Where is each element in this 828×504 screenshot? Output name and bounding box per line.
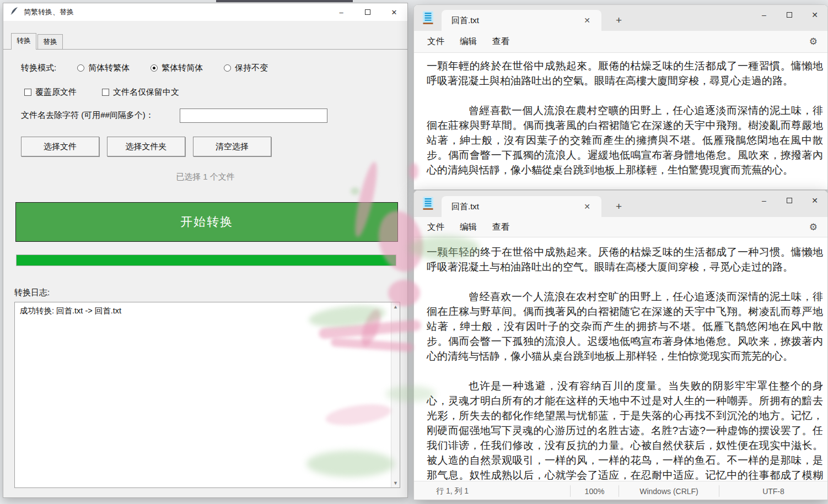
log-scrollbar[interactable]: ▲ ▼ <box>391 302 400 487</box>
feather-app-icon <box>10 7 19 18</box>
new-tab-icon[interactable]: + <box>616 14 622 26</box>
strip-chars-label: 文件名去除字符 (可用##间隔多个)： <box>21 110 154 121</box>
converter-body: 转换模式: 简体转繁体 繁体转简体 保持不变 覆盖原文件 <box>3 50 407 497</box>
notepad-icon <box>422 197 434 213</box>
tab-title: 回首.txt <box>451 15 479 26</box>
maximize-icon[interactable] <box>777 5 802 25</box>
radio-simp-to-trad[interactable]: 简体转繁体 <box>77 63 130 73</box>
conversion-log[interactable]: 成功转换: 回首.txt -> 回首.txt ▲ ▼ <box>14 302 400 488</box>
gear-icon[interactable]: ⚙ <box>809 221 818 233</box>
radio-checked-icon <box>150 64 158 72</box>
gear-icon[interactable]: ⚙ <box>809 36 818 47</box>
paragraph: 曾經喜歡一個人流浪在農村空曠的田野上，任心追逐淡而深情的泥土味，徘徊在莊稼與野草… <box>427 103 823 177</box>
minimize-icon[interactable]: – <box>328 3 354 21</box>
progress-fill <box>17 255 396 265</box>
strip-chars-input[interactable] <box>180 109 327 123</box>
checkbox-icon <box>24 89 31 96</box>
minimize-icon[interactable]: – <box>751 191 777 210</box>
mode-label: 转换模式: <box>21 63 56 73</box>
menu-view[interactable]: 查看 <box>485 36 517 47</box>
line-ending: Windows (CRLF) <box>619 485 719 497</box>
zoom-level: 100% <box>570 485 619 497</box>
radio-icon <box>224 64 231 72</box>
notepad-titlebar: 回首.txt ✕ + – ✕ <box>414 5 827 31</box>
tab-close-icon[interactable]: ✕ <box>580 15 594 26</box>
encoding: UTF-8 <box>719 485 827 497</box>
background-window-edge <box>216 0 353 2</box>
paragraph: 一顆年輕的終於在世俗中成熟起來。厭倦的枯燥乏味的生活都成了一種習慣。慵懶地呼吸著… <box>427 58 823 88</box>
editor-text-simplified[interactable]: 一颗年轻的终于在世俗中成熟起来。厌倦的枯燥乏味的生活都成了一种习惯。慵懒地呼吸著… <box>414 237 827 481</box>
start-convert-button[interactable]: 开始转换 <box>15 202 398 242</box>
menu-file[interactable]: 文件 <box>420 36 452 47</box>
notepad-menubar: 文件 编辑 查看 ⚙ <box>414 31 827 53</box>
notepad-menubar: 文件 编辑 查看 ⚙ <box>414 217 827 237</box>
minimize-icon[interactable]: – <box>751 5 777 25</box>
menu-view[interactable]: 查看 <box>485 221 517 233</box>
file-tab[interactable]: 回首.txt ✕ <box>442 10 601 31</box>
desktop: 简繁转换、替换 – ✕ 转换 替换 转换模式: 简体转繁体 繁体转简体 <box>0 0 828 504</box>
new-tab-icon[interactable]: + <box>616 200 622 213</box>
selected-count-text: 已选择 1 个文件 <box>3 172 407 182</box>
menu-edit[interactable]: 编辑 <box>452 36 485 47</box>
paragraph: 曾经喜欢一个人流浪在农村空旷的田野上，任心追逐淡而深情的泥土味，徘徊在庄稼与野草… <box>427 289 823 364</box>
tab-replace[interactable]: 替换 <box>37 34 63 49</box>
converter-window: 简繁转换、替换 – ✕ 转换 替换 转换模式: 简体转繁体 繁体转简体 <box>3 3 408 498</box>
log-label: 转换日志: <box>14 288 50 298</box>
tab-title: 回首.txt <box>451 202 479 212</box>
notepad-titlebar: 回首.txt ✕ + – ✕ <box>414 191 827 217</box>
close-icon[interactable]: ✕ <box>381 3 407 21</box>
progress-bar <box>16 254 396 266</box>
window-title: 简繁转换、替换 <box>24 7 74 17</box>
choose-folder-button[interactable]: 选择文件夹 <box>107 137 185 156</box>
paragraph: 也许是一种逃避，没有容纳百川的度量。当失败的阴影牢牢罩住整个的身心，灵魂才明白所… <box>427 378 823 481</box>
cursor-position: 行 1, 列 1 <box>414 486 469 496</box>
clear-selection-button[interactable]: 清空选择 <box>193 137 271 156</box>
radio-icon <box>77 64 84 72</box>
scrollbar-down-icon[interactable]: ▼ <box>391 480 400 486</box>
tab-convert[interactable]: 转换 <box>11 33 36 50</box>
notepad-window-traditional: 回首.txt ✕ + – ✕ 文件 编辑 查看 ⚙ 一顆年輕的終於在世俗中成熟起… <box>413 4 828 190</box>
checkbox-filename-chinese-only[interactable]: 文件名仅保留中文 <box>102 87 179 97</box>
maximize-icon[interactable] <box>777 191 802 210</box>
tab-close-icon[interactable]: ✕ <box>580 201 594 212</box>
scrollbar-up-icon[interactable]: ▲ <box>391 304 400 310</box>
close-icon[interactable]: ✕ <box>802 191 827 210</box>
checkbox-overwrite-original[interactable]: 覆盖原文件 <box>24 87 77 97</box>
paragraph: 一颗年轻的终于在世俗中成熟起来。厌倦的枯燥乏味的生活都成了一种习惯。慵懒地呼吸著… <box>427 245 823 274</box>
menu-edit[interactable]: 编辑 <box>452 221 485 233</box>
radio-trad-to-simp[interactable]: 繁体转简体 <box>150 63 203 73</box>
log-line: 成功转换: 回首.txt -> 回首.txt <box>15 302 400 319</box>
checkbox-icon <box>102 89 109 96</box>
notepad-statusbar: 行 1, 列 1 100% Windows (CRLF) UTF-8 <box>414 481 827 500</box>
notepad-icon <box>422 10 434 26</box>
editor-text-traditional[interactable]: 一顆年輕的終於在世俗中成熟起來。厭倦的枯燥乏味的生活都成了一種習慣。慵懶地呼吸著… <box>414 53 827 190</box>
close-icon[interactable]: ✕ <box>802 5 827 25</box>
file-tab[interactable]: 回首.txt ✕ <box>442 196 601 217</box>
maximize-icon[interactable] <box>354 3 381 21</box>
notepad-window-simplified: 回首.txt ✕ + – ✕ 文件 编辑 查看 ⚙ 一颗年轻的终于在世俗中成熟起… <box>413 190 828 500</box>
menu-file[interactable]: 文件 <box>420 221 452 233</box>
choose-file-button[interactable]: 选择文件 <box>21 137 99 156</box>
radio-keep-unchanged[interactable]: 保持不变 <box>224 63 268 73</box>
converter-titlebar: 简繁转换、替换 – ✕ <box>3 3 407 21</box>
tab-bar: 转换 替换 <box>3 33 407 50</box>
